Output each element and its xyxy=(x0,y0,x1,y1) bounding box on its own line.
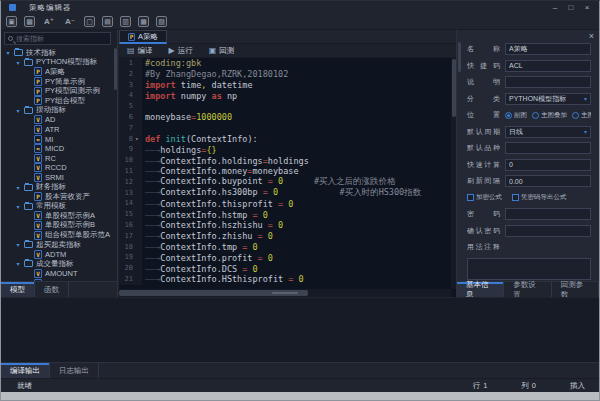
radio-icon[interactable] xyxy=(532,112,539,119)
run-button[interactable]: ▶运行 xyxy=(169,46,193,56)
font-increase-icon[interactable]: A⁺ xyxy=(42,16,56,27)
code-area[interactable]: 1#coding:gbk2#By ZhangDegao,RZRK,2018010… xyxy=(119,58,451,289)
minimize-button[interactable]: – xyxy=(549,2,561,13)
tab-model[interactable]: 模型 xyxy=(1,282,35,297)
radio-icon[interactable] xyxy=(572,112,579,119)
tree-item[interactable]: VAMOUNT xyxy=(1,269,112,279)
checkbox-icon[interactable] xyxy=(467,194,474,201)
tree-folder[interactable]: ▾PYTHON模型指标 xyxy=(1,58,112,68)
sidebar-scrollbar-thumb[interactable] xyxy=(114,48,117,90)
checkbox-icon[interactable] xyxy=(512,194,519,201)
tree-folder[interactable]: ▾技术指标 xyxy=(1,48,112,58)
name-field[interactable] xyxy=(505,43,591,55)
tree-item[interactable]: P股本营收资产 xyxy=(1,192,112,202)
tab-basic-info[interactable]: 基本信息 xyxy=(457,282,504,297)
tree-folder[interactable]: ▾超买超卖指标 xyxy=(1,240,112,250)
code-text: ——→ContextInfo.tmp = 0 xyxy=(142,242,258,252)
panel-scrollbar-thumb[interactable] xyxy=(458,42,461,72)
radio-option[interactable]: 主图 xyxy=(572,111,591,120)
description-field[interactable] xyxy=(505,76,591,88)
open-strategy-icon[interactable]: ▤ xyxy=(102,16,113,27)
tree-item[interactable]: PA策略 xyxy=(1,67,112,77)
expand-arrow-icon[interactable]: ▾ xyxy=(15,241,21,248)
splitter-grip[interactable] xyxy=(272,292,298,294)
tree-item[interactable]: ≈MICD xyxy=(1,144,112,154)
search-box xyxy=(4,32,111,45)
tab-function[interactable]: 函数 xyxy=(35,282,69,297)
search-strategy-icon[interactable]: ▦ xyxy=(138,16,149,27)
close-button[interactable]: × xyxy=(581,2,593,13)
tree-folder[interactable]: ▾财务指标 xyxy=(1,182,112,192)
radio-option[interactable]: 主图叠加 xyxy=(532,111,567,120)
code-token: ContextInfo.money xyxy=(160,166,247,176)
tree-item[interactable]: VRC xyxy=(1,154,112,164)
search-input[interactable] xyxy=(16,35,107,42)
radio-option[interactable]: 副图 xyxy=(505,111,527,120)
sidebar-scrollbar[interactable] xyxy=(113,48,117,281)
tree-item[interactable]: V单股模型示例A xyxy=(1,211,112,221)
compile-button[interactable]: ▤编译 xyxy=(127,46,153,56)
fold-gutter xyxy=(135,166,142,177)
tree-item[interactable]: VATR xyxy=(1,125,112,135)
editor-horizontal-scrollbar[interactable] xyxy=(119,289,451,297)
tree-item[interactable]: VAD xyxy=(1,115,112,125)
tree-item-label: AD xyxy=(45,115,55,124)
tree-folder[interactable]: ▾摆动指标 xyxy=(1,106,112,116)
indicator-file-icon: V xyxy=(34,250,42,259)
editor: P A策略 ▤编译▶运行▣回测 1#coding:gbk2#By ZhangDe… xyxy=(119,30,457,297)
export-strategy-icon[interactable]: ▧ xyxy=(156,16,167,27)
tab-log-output[interactable]: 日志输出 xyxy=(50,363,99,378)
fold-arrow-icon[interactable]: ▾ xyxy=(135,134,142,145)
code-line: 9——→holdings={} xyxy=(119,144,451,155)
expand-arrow-icon[interactable]: ▾ xyxy=(15,59,21,66)
font-decrease-icon[interactable]: A⁻ xyxy=(63,16,77,27)
quick-calc-field[interactable] xyxy=(505,159,591,171)
panel-close-icon[interactable]: × xyxy=(589,31,594,41)
editor-tab[interactable]: P A策略 xyxy=(119,30,167,44)
default-symbol-field[interactable] xyxy=(505,142,591,154)
tab-parameter-settings[interactable]: 参数设置 xyxy=(504,282,551,297)
tree-item-label: 股本营收资产 xyxy=(45,192,90,202)
tree-item[interactable]: V组合模型单股示范A xyxy=(1,230,112,240)
tree-item[interactable]: VSRMI xyxy=(1,173,112,183)
category-select[interactable]: PYTHON模型指标▾ xyxy=(505,93,591,105)
expand-arrow-icon[interactable]: ▾ xyxy=(15,107,21,114)
tab-compile-output[interactable]: 编译输出 xyxy=(1,363,50,378)
tree-item[interactable]: PPY简单示例 xyxy=(1,77,112,87)
tree-item[interactable]: PPY模型回测示例 xyxy=(1,86,112,96)
confirm-password-field[interactable] xyxy=(505,225,591,237)
compile-check-icon[interactable]: ▥ xyxy=(120,16,131,27)
code-token: ContextInfo.buypoint xyxy=(160,176,267,186)
panel-scrollbar[interactable] xyxy=(458,42,462,281)
expand-arrow-icon[interactable]: ▾ xyxy=(15,260,21,267)
tree-item[interactable]: V单股模型示例B xyxy=(1,221,112,231)
tree-folder[interactable]: ▾常用模板 xyxy=(1,202,112,212)
backtest-button[interactable]: ▣回测 xyxy=(209,46,235,56)
window-controls: – □ × xyxy=(549,2,593,13)
password-field[interactable] xyxy=(505,208,591,220)
code-text: ——→ContextInfo.hszhishu = 0 xyxy=(142,220,283,230)
tree-folder[interactable]: ▾成交量指标 xyxy=(1,259,112,269)
tree-item[interactable]: VRCCD xyxy=(1,163,112,173)
refresh-interval-field[interactable] xyxy=(505,175,591,187)
usage-notes-textarea[interactable] xyxy=(467,258,591,281)
save-icon[interactable]: ▣ xyxy=(6,16,17,27)
tree-item-label: PY模型回测示例 xyxy=(45,86,100,96)
tree-item[interactable]: VADTM xyxy=(1,249,112,259)
expand-arrow-icon[interactable]: ▾ xyxy=(15,203,21,210)
tab-backtest-parameters[interactable]: 回测参数 xyxy=(552,282,599,297)
expand-arrow-icon[interactable]: ▾ xyxy=(15,184,21,191)
checkbox-option[interactable]: 凭密码导出公式 xyxy=(512,193,567,202)
indicator-file-icon: ≈ xyxy=(34,135,42,144)
radio-icon[interactable] xyxy=(505,112,512,119)
default-period-select[interactable]: 日线▾ xyxy=(505,126,591,138)
expand-arrow-icon[interactable]: ▾ xyxy=(5,49,11,56)
tree-item[interactable]: PPY组合模型 xyxy=(1,96,112,106)
new-strategy-icon[interactable]: ▢ xyxy=(84,16,95,27)
tree-item[interactable]: ≈MI xyxy=(1,134,112,144)
maximize-button[interactable]: □ xyxy=(565,2,577,13)
shortcut-code-field[interactable] xyxy=(505,60,591,72)
save-as-icon[interactable]: ▩ xyxy=(24,16,35,27)
checkbox-option[interactable]: 加密公式 xyxy=(467,193,502,202)
code-token: = xyxy=(258,231,268,241)
